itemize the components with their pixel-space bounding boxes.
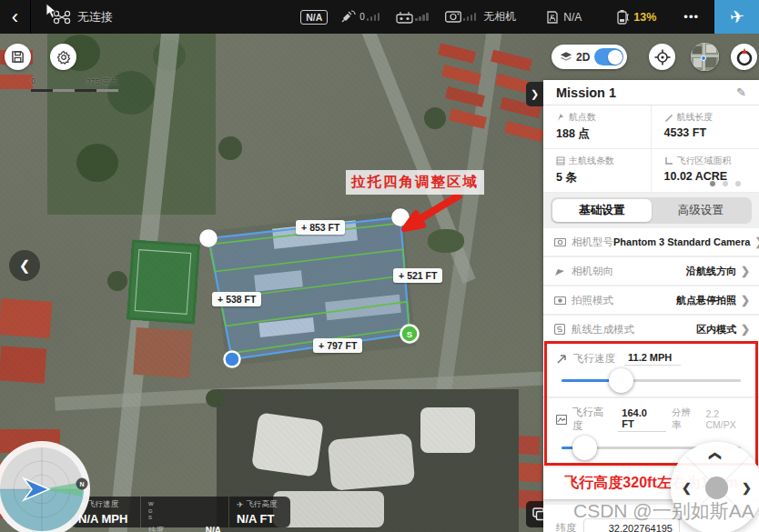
stat-area: 飞行区域面积 10.02 ACRE [652,149,759,193]
speed-slider-knob[interactable] [609,368,633,393]
telemetry-bar: ↗飞行速度 N/A MPH WGS 纬度N/A 经度N/A ✈飞行高度 N/A … [71,497,290,527]
view-mode-pill[interactable]: 2D [552,45,627,69]
heading-icon [554,266,565,276]
nudge-up-button[interactable]: ❮ [709,451,723,461]
chevron-right-icon: ❯ [531,88,539,100]
gear-icon [56,50,71,65]
edit-mission-icon[interactable]: ✎ [736,85,746,99]
toggle-knob [608,50,622,65]
view-mode-label: 2D [576,51,590,64]
lines-icon [556,156,565,166]
plus-icon: + [399,270,404,281]
altitude-value: 164.0 FT [618,407,666,432]
mission-title: Mission 1 [556,85,616,100]
photo-mode-icon [554,296,566,305]
start-marker-letter: S [407,329,412,339]
camera-signal-bars [463,13,477,21]
nudge-right-button[interactable]: ❯ [742,481,752,495]
wgs-label: WGS [148,499,156,522]
tab-advanced-settings[interactable]: 高级设置 [652,199,751,222]
setting-route-mode[interactable]: 航线生成模式 区内模式 ❯ [543,316,759,345]
minimap-button[interactable] [691,43,719,71]
flight-mode-icon [545,10,560,25]
gps-status: 0 [340,10,383,24]
back-icon: ‹ [12,5,18,29]
north-indicator: N [79,481,84,487]
drag-corners-annotation: 拉托四角调整区域 [346,170,484,195]
chevron-right-icon: ❯ [741,294,750,306]
speed-slider[interactable] [556,367,746,395]
plus-icon: + [319,340,324,351]
remote-controller-icon [396,11,413,24]
plus-icon: + [301,222,307,233]
ruler-icon [664,113,673,122]
speed-slider-row: 飞行速度 11.2 MPH [543,345,759,398]
mission-stats: 航点数 188 点 航线长度 4533 FT 主航线条数 5 条 飞行区域面积 … [543,105,759,193]
stat-route-length: 航线长度 4533 FT [652,105,759,149]
watermark: CSDN @一别如斯AA [573,498,754,524]
chevron-right-icon: ❯ [754,236,759,248]
settings-tabs: 基础设置 高级设置 [551,197,752,224]
edge-distance-label: +853 FT [296,220,345,235]
view-2d-toggle[interactable] [594,48,623,65]
annotation-arrow-shaft [420,195,460,219]
waypoint-icon [556,113,565,122]
setting-photo-mode[interactable]: 拍照模式 航点悬停拍照 ❯ [543,286,759,316]
rc-status [396,11,432,24]
speed-icon [556,354,567,365]
corner-handle [199,229,218,247]
takeoff-plane-icon: ✈ [728,5,745,28]
takeoff-button[interactable]: ✈ [713,0,759,34]
resolution-value: 2.2 CM/PX [706,408,747,430]
telemetry-lat-value: N/A [206,526,221,532]
camera-icon [554,237,566,246]
save-icon [11,50,25,64]
dpad-center-knob[interactable] [705,477,728,499]
attitude-compass-widget[interactable]: N [0,438,93,532]
setting-camera-heading[interactable]: 相机朝向 沿航线方向 ❯ [543,257,759,286]
collapse-left-button[interactable]: ❮ [9,250,40,281]
camera-icon [445,11,461,23]
scale-max: 375 英尺 [86,76,118,88]
stat-waypoints: 航点数 188 点 [543,105,652,149]
edge-distance-label: +538 FT [212,292,261,306]
flight-mode-value: N/A [563,11,582,24]
locate-me-button[interactable] [649,44,675,70]
chevron-right-icon: ❯ [741,265,750,277]
chevron-right-icon: ❯ [741,323,750,336]
camera-status: 无相机 [445,9,517,25]
layers-icon [560,51,572,63]
battery-status: 13% [616,9,656,25]
route-mode-icon [554,324,565,335]
map-scale-bar: 0375 英尺 [31,76,118,92]
satellite-icon [340,10,356,24]
mouse-cursor [46,3,58,19]
more-menu-button[interactable]: ••• [683,10,699,24]
stat-line-count: 主航线条数 5 条 [543,149,652,193]
nudge-left-button[interactable]: ❮ [682,481,692,495]
compass-icon [734,47,754,67]
top-status-bar: ‹ 无连接 N/A 0 无相机 N/A 13% ••• [0,0,759,34]
compass-reset-button[interactable] [731,44,757,70]
telemetry-alt-value: N/A FT [237,512,283,526]
aircraft-connection: 无连接 [53,9,113,25]
altitude-slider-knob[interactable] [572,436,597,460]
battery-percent: 13% [633,11,656,24]
chevron-left-icon: ❮ [19,257,31,274]
tab-basic-settings[interactable]: 基础设置 [552,199,652,222]
stats-page-dots[interactable] [710,181,741,186]
connection-status-label: 无连接 [77,9,113,25]
mode-badge: N/A [300,10,328,25]
save-mission-button[interactable] [5,44,31,70]
edge-distance-label: +521 FT [393,268,442,283]
setting-camera-model[interactable]: 相机型号 Phantom 3 Standard Camera ❯ [543,228,759,257]
flight-mode: N/A [545,10,582,25]
speed-value: 11.2 MPH [624,352,681,366]
rc-signal-bars [415,13,429,21]
gps-count: 0 [359,12,365,22]
panel-collapse-tab[interactable]: ❯ [526,82,543,106]
map-settings-button[interactable] [50,44,76,70]
area-icon [664,156,673,166]
back-button[interactable]: ‹ [0,0,31,34]
mission-header: Mission 1 ✎ [543,80,759,105]
